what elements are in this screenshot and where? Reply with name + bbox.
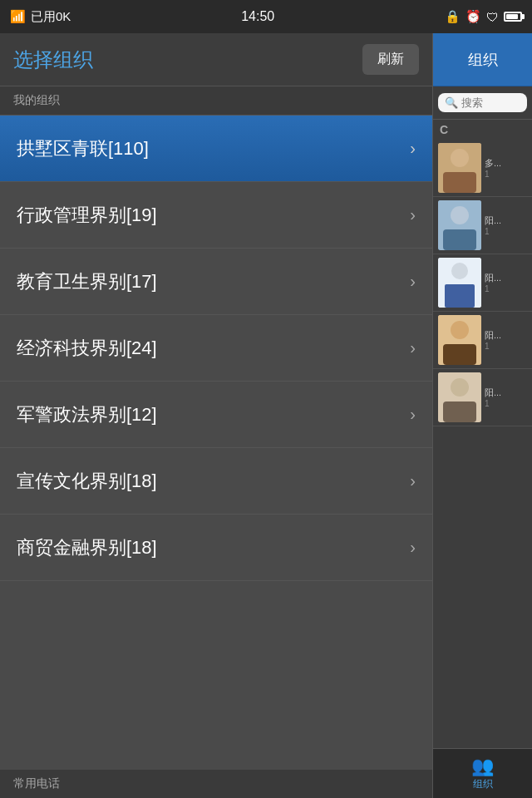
search-bar: 🔍 — [433, 86, 532, 120]
contact-name-1: 多... — [485, 157, 527, 170]
search-icon: 🔍 — [445, 96, 458, 109]
org-item-name-5: 宣传文化界别[18] — [17, 469, 157, 494]
org-item-name-1: 行政管理界别[19] — [17, 203, 157, 228]
org-tab-label: 组织 — [473, 777, 493, 791]
avatar-row-3: 阳... 1 — [438, 258, 527, 308]
contact-info-5: 阳... 1 — [485, 387, 527, 408]
contact-item-5[interactable]: 阳... 1 — [433, 369, 532, 426]
chevron-right-icon-3: › — [410, 338, 416, 357]
chevron-right-icon-5: › — [410, 471, 416, 490]
section-letter-c: C — [433, 120, 532, 140]
avatar-3 — [438, 258, 481, 308]
avatar-row-1: 多... 1 — [438, 143, 527, 193]
contact-item-1[interactable]: 多... 1 — [433, 140, 532, 197]
svg-rect-2 — [443, 172, 476, 193]
chevron-right-icon-1: › — [410, 205, 416, 224]
org-list-item-4[interactable]: 军警政法界别[12] › — [0, 382, 432, 448]
search-input-wrapper: 🔍 — [438, 93, 527, 112]
contact-num-1: 1 — [485, 170, 527, 179]
contact-name-3: 阳... — [485, 272, 527, 284]
main-layout: 选择组织 刷新 我的组织 拱墅区青联[110] › 行政管理界别[19] › 教… — [0, 33, 532, 798]
svg-point-10 — [451, 321, 469, 339]
status-right: 🔒 ⏰ 🛡 — [445, 9, 522, 24]
common-phone-section-label: 常用电话 — [0, 770, 432, 798]
avatar-row-5: 阳... 1 — [438, 372, 527, 422]
avatar-row-4: 阳... 1 — [438, 315, 527, 365]
org-item-name-6: 商贸金融界别[18] — [17, 535, 157, 560]
my-org-section-label: 我的组织 — [0, 86, 432, 116]
svg-point-1 — [451, 149, 469, 167]
org-tab-button[interactable]: 组织 — [433, 33, 532, 86]
org-list-item-1[interactable]: 行政管理界别[19] › — [0, 182, 432, 249]
contact-info-4: 阳... 1 — [485, 329, 527, 351]
signal-icon: 🛡 — [486, 10, 499, 24]
org-list-item-6[interactable]: 商贸金融界别[18] › — [0, 515, 432, 581]
refresh-button[interactable]: 刷新 — [362, 44, 419, 75]
contact-name-2: 阳... — [485, 214, 527, 227]
contact-info-3: 阳... 1 — [485, 272, 527, 293]
svg-point-4 — [451, 206, 469, 224]
wifi-icon: 📶 — [10, 9, 26, 24]
right-panel: 组织 🔍 C 多... 1 — [432, 33, 532, 798]
avatar-row-2: 阳... 1 — [438, 200, 527, 250]
avatar-2 — [438, 200, 481, 250]
status-left: 📶 已用0K — [10, 9, 71, 25]
svg-point-13 — [451, 378, 469, 397]
org-item-name-4: 军警政法界别[12] — [17, 402, 157, 427]
alarm-icon: ⏰ — [466, 9, 481, 24]
chevron-right-icon-0: › — [410, 139, 416, 158]
org-bottom-tab[interactable]: 👥 组织 — [433, 748, 532, 798]
status-time: 14:50 — [241, 9, 274, 24]
org-list-item-5[interactable]: 宣传文化界别[18] › — [0, 448, 432, 515]
chevron-right-icon-4: › — [410, 405, 416, 424]
contact-num-5: 1 — [485, 399, 527, 408]
org-tab-icon: 👥 — [471, 756, 494, 777]
org-item-name-0: 拱墅区青联[110] — [17, 136, 149, 161]
contact-info-2: 阳... 1 — [485, 214, 527, 236]
svg-rect-14 — [443, 401, 476, 422]
chevron-right-icon-2: › — [410, 272, 416, 291]
contact-num-2: 1 — [485, 227, 527, 236]
svg-rect-8 — [445, 284, 475, 308]
contact-item-4[interactable]: 阳... 1 — [433, 312, 532, 369]
battery-icon — [504, 12, 522, 22]
org-item-name-3: 经济科技界别[24] — [17, 336, 157, 361]
org-list-item-3[interactable]: 经济科技界别[24] › — [0, 315, 432, 382]
search-input[interactable] — [461, 96, 511, 109]
org-list-item-2[interactable]: 教育卫生界别[17] › — [0, 249, 432, 315]
contact-item-3[interactable]: 阳... 1 — [433, 254, 532, 312]
status-bar: 📶 已用0K 14:50 🔒 ⏰ 🛡 — [0, 0, 532, 33]
org-list: 拱墅区青联[110] › 行政管理界别[19] › 教育卫生界别[17] › 经… — [0, 116, 432, 581]
left-panel: 选择组织 刷新 我的组织 拱墅区青联[110] › 行政管理界别[19] › 教… — [0, 33, 432, 798]
org-list-item-0[interactable]: 拱墅区青联[110] › — [0, 116, 432, 182]
contact-info-1: 多... 1 — [485, 157, 527, 179]
avatar-1 — [438, 143, 481, 193]
contact-num-4: 1 — [485, 342, 527, 351]
svg-rect-5 — [443, 229, 476, 250]
svg-rect-11 — [443, 344, 476, 365]
page-title: 选择组织 — [13, 47, 93, 73]
contact-name-5: 阳... — [485, 387, 527, 399]
svg-point-7 — [451, 263, 468, 279]
lock-icon: 🔒 — [445, 9, 461, 24]
data-usage: 已用0K — [31, 9, 71, 25]
avatar-5 — [438, 372, 481, 422]
header: 选择组织 刷新 — [0, 33, 432, 86]
avatar-4 — [438, 315, 481, 365]
org-item-name-2: 教育卫生界别[17] — [17, 269, 157, 294]
contact-num-3: 1 — [485, 284, 527, 293]
contact-item-2[interactable]: 阳... 1 — [433, 197, 532, 254]
chevron-right-icon-6: › — [410, 538, 416, 557]
contact-name-4: 阳... — [485, 329, 527, 342]
